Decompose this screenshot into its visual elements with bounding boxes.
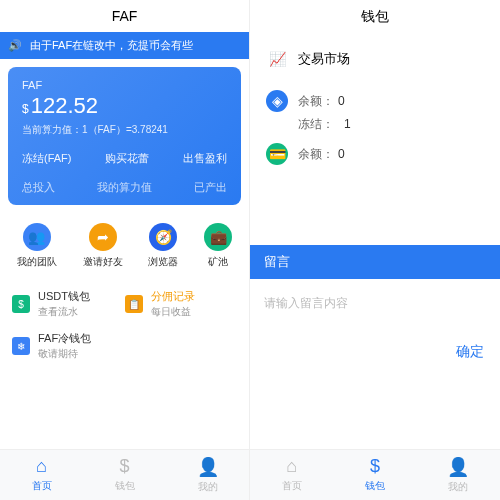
tab-home[interactable]: ⌂首页 <box>0 456 83 494</box>
frozen-row: 冻结：1 <box>250 116 500 133</box>
wallet-list: $ USDT钱包查看流水 📋 分佣记录每日收益 ❄ FAF冷钱包敬请期待 <box>0 279 249 371</box>
page-title: FAF <box>0 0 249 32</box>
notice-bar: 🔊 由于FAF在链改中，充提币会有些 <box>0 32 249 59</box>
wallet-icon: $ <box>370 456 380 477</box>
share-icon: ➦ <box>89 223 117 251</box>
tab-wallet[interactable]: $钱包 <box>83 456 166 494</box>
quick-grid: 👥我的团队 ➦邀请好友 🧭浏览器 💼矿池 <box>0 213 249 279</box>
page-title: 钱包 <box>250 0 500 34</box>
diamond-icon: ◈ <box>266 90 288 112</box>
message-block: 留言 请输入留言内容 确定 <box>250 245 500 375</box>
wallet-icon: 💳 <box>266 143 288 165</box>
compass-icon: 🧭 <box>149 223 177 251</box>
freeze-link[interactable]: 冻结(FAF) <box>22 151 72 166</box>
my-hashrate[interactable]: 我的算力值 <box>97 180 152 195</box>
home-icon: ⌂ <box>36 456 47 477</box>
cold-wallet-icon: ❄ <box>12 337 30 355</box>
balance-card: FAF $122.52 当前算力值：1（FAF）=3.78241 冻结(FAF)… <box>8 67 241 205</box>
grid-pool[interactable]: 💼矿池 <box>204 223 232 269</box>
buy-link[interactable]: 购买花蕾 <box>105 151 149 166</box>
tab-wallet[interactable]: $钱包 <box>333 456 416 494</box>
card-amount: $122.52 <box>22 93 227 119</box>
notice-text: 由于FAF在链改中，充提币会有些 <box>30 38 193 53</box>
grid-team[interactable]: 👥我的团队 <box>17 223 57 269</box>
pool-icon: 💼 <box>204 223 232 251</box>
message-input[interactable]: 请输入留言内容 <box>250 279 500 335</box>
market-section[interactable]: 📈 交易市场 <box>250 34 500 84</box>
card-action-row: 冻结(FAF) 购买花蕾 出售盈利 <box>22 151 227 166</box>
card-stats-row: 总投入 我的算力值 已产出 <box>22 180 227 199</box>
wallet-icon: $ <box>119 456 129 477</box>
wallet-screen: 钱包 📈 交易市场 ◈ 余额： 0 冻结：1 💳 余额： 0 留言 请输入留言内… <box>250 0 500 500</box>
user-icon: 👤 <box>197 456 219 478</box>
home-icon: ⌂ <box>286 456 297 477</box>
message-header: 留言 <box>250 245 500 279</box>
tabbar: ⌂首页 $钱包 👤我的 <box>250 449 500 500</box>
grid-browser[interactable]: 🧭浏览器 <box>148 223 178 269</box>
tab-me[interactable]: 👤我的 <box>166 456 249 494</box>
balance-row-1[interactable]: ◈ 余额： 0 <box>250 84 500 118</box>
home-screen: FAF 🔊 由于FAF在链改中，充提币会有些 FAF $122.52 当前算力值… <box>0 0 250 500</box>
speaker-icon: 🔊 <box>8 39 22 52</box>
total-invest[interactable]: 总投入 <box>22 180 55 195</box>
chart-icon: 📈 <box>266 48 288 70</box>
tabbar: ⌂首页 $钱包 👤我的 <box>0 449 249 500</box>
record-icon: 📋 <box>125 295 143 313</box>
sell-link[interactable]: 出售盈利 <box>183 151 227 166</box>
tab-home[interactable]: ⌂首页 <box>250 456 333 494</box>
grid-invite[interactable]: ➦邀请好友 <box>83 223 123 269</box>
produced[interactable]: 已产出 <box>194 180 227 195</box>
usdt-icon: $ <box>12 295 30 313</box>
tab-me[interactable]: 👤我的 <box>417 456 500 494</box>
user-icon: 👤 <box>447 456 469 478</box>
usdt-wallet-item[interactable]: $ USDT钱包查看流水 <box>12 283 125 325</box>
balance-row-2[interactable]: 💳 余额： 0 <box>250 137 500 171</box>
confirm-button[interactable]: 确定 <box>250 335 500 375</box>
cold-wallet-item[interactable]: ❄ FAF冷钱包敬请期待 <box>12 325 237 367</box>
commission-item[interactable]: 📋 分佣记录每日收益 <box>125 283 238 325</box>
card-coin-name: FAF <box>22 79 227 91</box>
card-rate: 当前算力值：1（FAF）=3.78241 <box>22 123 227 137</box>
team-icon: 👥 <box>23 223 51 251</box>
